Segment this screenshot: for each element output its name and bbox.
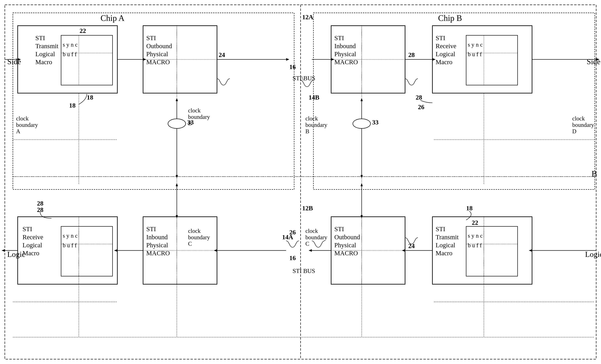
logic-label-left-bot: Logic: [7, 250, 25, 259]
sti-receive-logical-macro-b-text4: Macro: [436, 58, 452, 66]
num-22-bot: 22: [472, 219, 478, 226]
num-28-b-top: 28: [416, 94, 422, 101]
sti-outbound-physical-macro-b-text3: Physical: [334, 241, 356, 249]
clock-boundary-a-1: clock: [16, 115, 29, 122]
sti-transmit-logical-macro-a-text4: Macro: [35, 58, 52, 66]
clock-boundary-b1-1: clock: [188, 107, 200, 114]
sti-inbound-physical-macro-a-text: STI: [146, 225, 156, 233]
clock-boundary-d-3: D: [572, 128, 576, 134]
sti-outbound-physical-macro-a-text2: Outbound: [146, 42, 172, 50]
side-label-right-top: Side: [587, 57, 600, 66]
sti-inbound-physical-macro-b-text: STI: [334, 34, 344, 42]
syncbuff-b-top-text1: s y n c: [468, 41, 483, 48]
sti-receive-logical-macro-b-text3: Logical: [436, 50, 455, 58]
chip-a-label: Chip A: [101, 13, 125, 23]
clock-boundary-c2-3: C: [305, 240, 309, 247]
syncbuff-a-top-text1: s y n c: [63, 41, 78, 48]
clock-boundary-b1-3: B: [188, 120, 192, 126]
sti-inbound-physical-macro-a-text3: Physical: [146, 241, 168, 249]
clock-boundary-c2-2: boundary: [305, 234, 327, 240]
sti-transmit-logical-macro-b-text4: Macro: [436, 249, 452, 257]
svg-point-70: [168, 119, 186, 128]
syncbuff-a-bot-text1: s y n c: [63, 232, 78, 239]
sti-inbound-physical-macro-a-text2: Inbound: [146, 233, 168, 241]
clock-boundary-c1-3: C: [188, 240, 192, 247]
sti-outbound-physical-macro-a-text: STI: [146, 34, 156, 42]
syncbuff-a-top-text2: b u f f: [63, 51, 77, 57]
clock-boundary-b2-2: boundary: [305, 122, 327, 128]
num-22-1: 22: [80, 27, 86, 34]
syncbuff-b-bot-text2: b u f f: [468, 242, 482, 249]
sti-transmit-logical-macro-b-text3: Logical: [436, 241, 455, 249]
syncbuff-b-top-text2: b u f f: [468, 51, 482, 57]
sti-transmit-logical-macro-b-text2: Transmit: [436, 233, 459, 241]
clock-boundary-c1-1: clock: [188, 228, 200, 234]
sti-receive-logical-macro-a-text: STI: [22, 225, 32, 233]
sti-transmit-logical-macro-a-text2: Transmit: [35, 42, 58, 50]
num-28-connect: 28: [37, 200, 43, 207]
sti-receive-logical-macro-b-text: STI: [436, 34, 445, 42]
syncbuff-b-bot-text1: s y n c: [468, 232, 483, 239]
num-12b: 12B: [302, 205, 313, 212]
num-26-top: 26: [418, 103, 424, 111]
num-18-connect: 18: [69, 102, 76, 109]
clock-boundary-b1-2: boundary: [188, 114, 210, 120]
logic-label-right-bot: Logic: [585, 250, 601, 259]
sti-receive-logical-macro-a-text3: Logical: [22, 241, 42, 249]
sti-outbound-physical-macro-b-text2: Outbound: [334, 233, 360, 241]
clock-boundary-b2-3: B: [305, 128, 309, 134]
num-24-bot: 24: [408, 242, 415, 249]
sti-bus-label-bot: STI BUS: [292, 268, 315, 274]
sti-bus-label-top: STI\BUS: [292, 75, 315, 82]
sti-transmit-logical-macro-b-text: STI: [436, 225, 445, 233]
svg-point-71: [353, 119, 371, 128]
sti-transmit-logical-macro-a-text: STI: [35, 34, 45, 42]
sti-inbound-physical-macro-b-text2: Inbound: [334, 42, 356, 50]
clock-boundary-c1-2: boundary: [188, 234, 210, 240]
num-18-b-bot: 18: [466, 205, 472, 212]
sti-outbound-physical-macro-b-text: STI: [334, 225, 344, 233]
sti-receive-logical-macro-b-text2: Receive: [436, 42, 456, 50]
num-16-top: 16: [289, 63, 296, 70]
num-16-bot: 16: [289, 254, 296, 262]
num-24-top: 24: [219, 51, 225, 58]
num-12a: 12A: [302, 13, 313, 21]
clock-boundary-d-1: clock: [572, 115, 585, 122]
num-28-top: 28: [408, 51, 415, 58]
clock-boundary-c2-1: clock: [305, 228, 318, 234]
num-26-bot: 26: [289, 229, 296, 236]
clock-boundary-d-2: boundary: [572, 122, 594, 128]
clock-boundary-a-2: boundary: [16, 122, 38, 128]
chip-b-label: Chip B: [438, 13, 462, 23]
clock-boundary-b2-1: clock: [305, 115, 318, 122]
b-label: B: [591, 169, 597, 178]
sti-outbound-physical-macro-a-text3: Physical: [146, 50, 168, 58]
sti-receive-logical-macro-a-text2: Receive: [22, 233, 43, 241]
num-18-a-top: 18: [87, 94, 93, 101]
sti-transmit-logical-macro-a-text3: Logical: [35, 50, 55, 58]
syncbuff-a-bot-text2: b u f f: [63, 242, 77, 249]
num-33-top-b: 33: [372, 119, 379, 126]
clock-boundary-a-3: A: [16, 128, 20, 134]
side-label-left-top: Side: [7, 57, 21, 66]
sti-inbound-physical-macro-b-text3: Physical: [334, 50, 356, 58]
num-14b: 14B: [309, 94, 319, 101]
